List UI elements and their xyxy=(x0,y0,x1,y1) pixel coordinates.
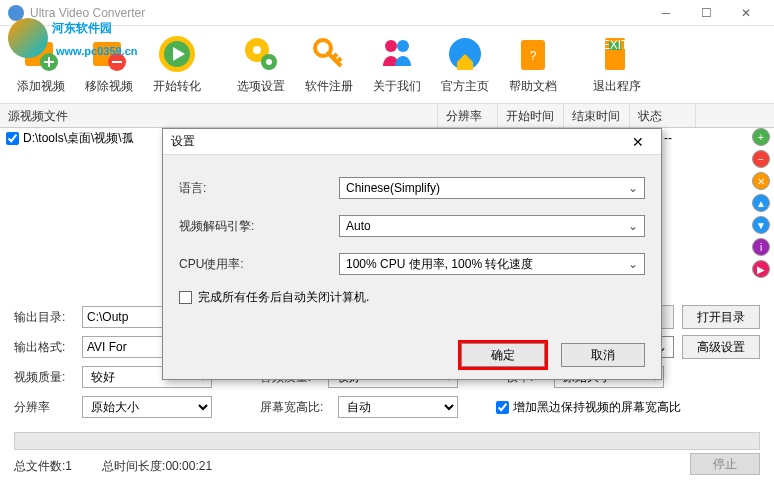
maximize-button[interactable]: ☐ xyxy=(686,1,726,25)
advanced-button[interactable]: 高级设置 xyxy=(682,335,760,359)
window-titlebar: Ultra Video Converter ─ ☐ ✕ xyxy=(0,0,774,26)
col-resolution: 分辨率 xyxy=(438,104,498,127)
shutdown-checkbox[interactable]: 完成所有任务后自动关闭计算机. xyxy=(179,289,645,306)
minimize-button[interactable]: ─ xyxy=(646,1,686,25)
file-checkbox[interactable] xyxy=(6,132,19,145)
resolution-select[interactable]: 原始大小 xyxy=(82,396,212,418)
ok-button[interactable]: 确定 xyxy=(461,343,545,367)
col-start: 开始时间 xyxy=(498,104,564,127)
res-label: 分辨率 xyxy=(14,399,74,416)
clear-icon[interactable]: ✕ xyxy=(752,172,770,190)
key-icon xyxy=(307,32,351,76)
decode-engine-select[interactable]: Auto⌄ xyxy=(339,215,645,237)
svg-point-12 xyxy=(397,40,409,52)
col-status: 状态 xyxy=(630,104,696,127)
add-icon[interactable]: + xyxy=(752,128,770,146)
settings-dialog: 设置 ✕ 语言: Chinese(Simplify)⌄ 视频解码引擎: Auto… xyxy=(162,128,662,380)
main-toolbar: 添加视频 移除视频 开始转化 选项设置 软件注册 关于我们 官方主页 ?帮助文档… xyxy=(0,26,774,104)
svg-point-9 xyxy=(266,59,272,65)
dialog-title: 设置 xyxy=(171,133,195,150)
svg-point-7 xyxy=(253,46,261,54)
remove-video-button[interactable]: 移除视频 xyxy=(76,30,142,99)
aspect-label: 屏幕宽高比: xyxy=(260,399,330,416)
start-convert-button[interactable]: 开始转化 xyxy=(144,30,210,99)
gear-icon xyxy=(239,32,283,76)
remove-icon[interactable]: − xyxy=(752,150,770,168)
help-icon: ? xyxy=(511,32,555,76)
status-bar: 总文件数:1 总时间长度:00:00:21 xyxy=(0,454,774,478)
file-list-header: 源视频文件 分辨率 开始时间 结束时间 状态 xyxy=(0,104,774,128)
svg-text:?: ? xyxy=(530,49,537,63)
vq-label: 视频质量: xyxy=(14,369,74,386)
window-title: Ultra Video Converter xyxy=(30,6,145,20)
cpu-usage-select[interactable]: 100% CPU 使用率, 100% 转化速度⌄ xyxy=(339,253,645,275)
info-icon[interactable]: i xyxy=(752,238,770,256)
register-button[interactable]: 软件注册 xyxy=(296,30,362,99)
side-buttons: + − ✕ ▲ ▼ i ▶ xyxy=(752,128,770,278)
cancel-button[interactable]: 取消 xyxy=(561,343,645,367)
move-down-icon[interactable]: ▼ xyxy=(752,216,770,234)
progress-bar xyxy=(14,432,760,450)
outdir-label: 输出目录: xyxy=(14,309,74,326)
engine-label: 视频解码引擎: xyxy=(179,218,339,235)
about-button[interactable]: 关于我们 xyxy=(364,30,430,99)
file-count: 总文件数:1 xyxy=(14,458,72,475)
aspect-select[interactable]: 自动 xyxy=(338,396,458,418)
cpu-label: CPU使用率: xyxy=(179,256,339,273)
add-video-icon xyxy=(19,32,63,76)
homepage-button[interactable]: 官方主页 xyxy=(432,30,498,99)
col-source: 源视频文件 xyxy=(0,104,438,127)
options-button[interactable]: 选项设置 xyxy=(228,30,294,99)
chevron-down-icon: ⌄ xyxy=(628,181,638,195)
exit-icon: EXIT xyxy=(595,32,639,76)
open-dir-button[interactable]: 打开目录 xyxy=(682,305,760,329)
people-icon xyxy=(375,32,419,76)
language-select[interactable]: Chinese(Simplify)⌄ xyxy=(339,177,645,199)
chevron-down-icon: ⌄ xyxy=(628,219,638,233)
move-up-icon[interactable]: ▲ xyxy=(752,194,770,212)
col-end: 结束时间 xyxy=(564,104,630,127)
lang-label: 语言: xyxy=(179,180,339,197)
close-button[interactable]: ✕ xyxy=(726,1,766,25)
checkbox-icon xyxy=(179,291,192,304)
svg-text:EXIT: EXIT xyxy=(602,38,629,52)
add-video-button[interactable]: 添加视频 xyxy=(8,30,74,99)
exit-button[interactable]: EXIT退出程序 xyxy=(584,30,650,99)
help-button[interactable]: ?帮助文档 xyxy=(500,30,566,99)
chevron-down-icon: ⌄ xyxy=(628,257,638,271)
blackbar-checkbox[interactable]: 增加黑边保持视频的屏幕宽高比 xyxy=(496,399,681,416)
play-icon xyxy=(155,32,199,76)
globe-home-icon xyxy=(443,32,487,76)
app-icon xyxy=(8,5,24,21)
total-duration: 总时间长度:00:00:21 xyxy=(102,458,212,475)
stop-button[interactable]: 停止 xyxy=(690,453,760,475)
remove-video-icon xyxy=(87,32,131,76)
dialog-titlebar: 设置 ✕ xyxy=(163,129,661,155)
play-preview-icon[interactable]: ▶ xyxy=(752,260,770,278)
outfmt-label: 输出格式: xyxy=(14,339,74,356)
dialog-close-button[interactable]: ✕ xyxy=(623,132,653,152)
svg-point-11 xyxy=(385,40,397,52)
